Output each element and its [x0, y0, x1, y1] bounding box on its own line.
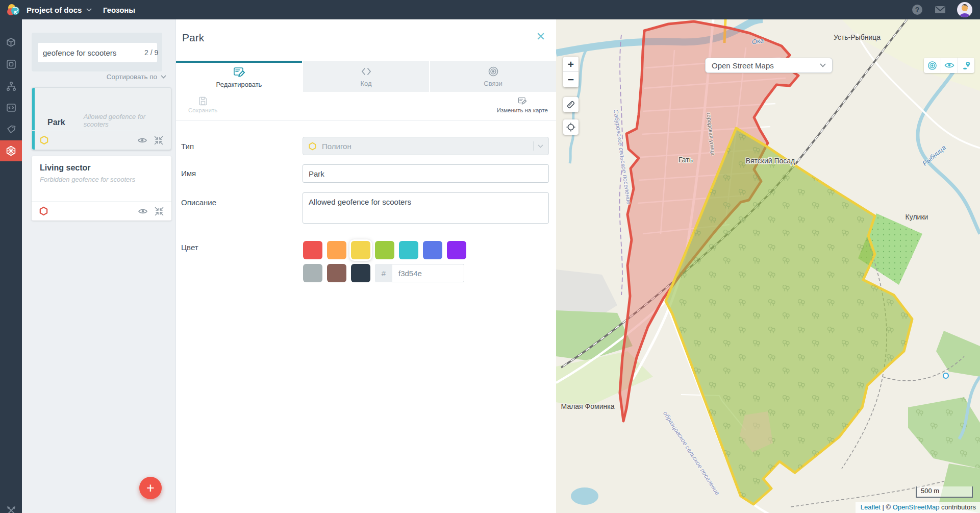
- color-swatch[interactable]: [303, 264, 322, 282]
- chevron-down-icon: [86, 8, 92, 12]
- tab-label: Редактировать: [216, 81, 262, 88]
- map-label: Усть-Рыбница: [834, 33, 881, 41]
- color-swatch[interactable]: [303, 241, 322, 259]
- map-label: Кулики: [906, 213, 928, 221]
- color-label: Цвет: [181, 243, 198, 252]
- color-swatch[interactable]: [351, 264, 370, 282]
- collapse-arrows-icon[interactable]: [154, 206, 164, 216]
- objects-visibility-button[interactable]: [941, 58, 958, 73]
- tools-icon: [6, 505, 16, 513]
- mail-icon[interactable]: [934, 4, 946, 16]
- description-textarea[interactable]: [303, 192, 549, 224]
- save-button[interactable]: Сохранить: [188, 96, 217, 113]
- save-label: Сохранить: [188, 107, 217, 113]
- map-scale-bar: 500 m: [916, 486, 973, 498]
- sidebar-item-terminal[interactable]: [0, 97, 22, 118]
- polygon-shape-icon: [39, 206, 48, 216]
- color-swatch[interactable]: [423, 241, 442, 259]
- color-swatch[interactable]: [447, 241, 466, 259]
- editor-toolbar: Сохранить Изменить на карте: [176, 92, 556, 120]
- map-panel[interactable]: ОкаУсть-РыбницаВятский ПосадГатьгородска…: [556, 19, 980, 513]
- list-item-footer: [32, 130, 171, 150]
- color-swatch[interactable]: [327, 264, 346, 282]
- type-select[interactable]: Полигон: [303, 137, 549, 155]
- list-item-living-sector[interactable]: Living sector Forbidden geofence for sco…: [32, 156, 171, 221]
- project-selector[interactable]: Project of docs: [27, 0, 92, 19]
- geofence-globe-icon: [6, 145, 16, 156]
- collapse-arrows-icon[interactable]: [154, 135, 164, 145]
- list-item-title: Park: [37, 111, 73, 127]
- page-title: Геозоны: [103, 0, 135, 19]
- name-input[interactable]: [303, 164, 549, 183]
- type-value: Полигон: [322, 142, 351, 151]
- poi-marker-button[interactable]: [958, 58, 974, 73]
- help-icon[interactable]: ?: [911, 4, 923, 16]
- hex-color-input-group: #: [375, 264, 464, 282]
- color-swatch[interactable]: [375, 241, 394, 259]
- color-swatch[interactable]: [327, 241, 346, 259]
- leaflet-link[interactable]: Leaflet: [861, 503, 881, 511]
- sidebar-item-objects[interactable]: [0, 32, 22, 53]
- editor-title: Park: [182, 32, 204, 44]
- close-icon[interactable]: ✕: [535, 31, 547, 43]
- list-item-subtitle: Forbidden geofence for scooters: [32, 173, 171, 183]
- map-forest-area: [936, 331, 980, 377]
- color-swatch[interactable]: [351, 241, 370, 259]
- hierarchy-icon: [6, 81, 16, 91]
- hex-color-input[interactable]: [392, 264, 464, 282]
- sort-by-label: Сортировать по: [107, 73, 157, 81]
- tab-label: Код: [360, 80, 371, 87]
- sidebar-item-geofences[interactable]: [0, 140, 22, 161]
- tab-code[interactable]: Код: [303, 61, 429, 92]
- add-geofence-button[interactable]: +: [139, 477, 162, 499]
- cube-icon: [6, 37, 16, 48]
- color-swatch[interactable]: [399, 241, 418, 259]
- locate-button[interactable]: [563, 119, 579, 135]
- sort-by-control[interactable]: Сортировать по: [107, 73, 166, 81]
- app-logo-icon: [7, 3, 20, 17]
- polygon-shape-icon: [39, 135, 49, 145]
- list-item-footer: [32, 201, 171, 221]
- chevron-down-icon: [161, 75, 166, 79]
- edit-on-map-label: Изменить на карте: [497, 107, 548, 113]
- map-layer-selector[interactable]: Open Street Maps: [705, 58, 833, 73]
- svg-text:?: ?: [915, 6, 920, 14]
- color-swatch-row-1: [303, 241, 466, 259]
- measure-ruler-button[interactable]: [563, 97, 579, 112]
- edit-on-map-button[interactable]: Изменить на карте: [497, 96, 548, 113]
- map-label: Гать: [679, 156, 693, 164]
- visibility-eye-icon[interactable]: [138, 206, 148, 216]
- list-item-title: Living sector: [32, 156, 171, 173]
- tab-edit[interactable]: Редактировать: [176, 61, 302, 92]
- zoom-out-button[interactable]: −: [563, 72, 579, 87]
- visibility-eye-icon[interactable]: [137, 135, 147, 145]
- map-meadow-area: [556, 351, 653, 407]
- search-box[interactable]: 2 / 9: [38, 43, 157, 62]
- list-item-park[interactable]: Park Allowed geofence for scooters: [32, 87, 171, 150]
- sidebar-item-hierarchy[interactable]: [0, 76, 22, 97]
- search-input[interactable]: [43, 48, 144, 57]
- sidebar-item-tools[interactable]: [0, 500, 22, 513]
- geofences-visibility-button[interactable]: [924, 58, 941, 73]
- frame-icon: [6, 59, 16, 69]
- top-bar: Project of docs Геозоны ?: [0, 0, 980, 19]
- links-target-icon: [487, 66, 499, 77]
- hex-prefix: #: [375, 264, 392, 282]
- color-swatch-row-2: [303, 264, 370, 282]
- user-avatar[interactable]: [957, 2, 972, 17]
- map-pin-icon: [962, 61, 971, 70]
- map-layer-value: Open Street Maps: [712, 61, 774, 70]
- osm-link[interactable]: OpenStreetMap: [893, 503, 940, 511]
- sidebar-item-tags[interactable]: [0, 119, 22, 140]
- tab-links[interactable]: Связи: [430, 61, 556, 92]
- polygon-shape-icon: [308, 142, 317, 151]
- map-lake: [571, 487, 598, 505]
- list-item-subtitle: Allowed geofence for scooters: [73, 110, 166, 128]
- description-label: Описание: [181, 198, 216, 207]
- sidebar-item-frames[interactable]: [0, 54, 22, 75]
- zoom-in-button[interactable]: +: [563, 57, 579, 72]
- map-point-marker[interactable]: [943, 373, 948, 378]
- geofence-editor-panel: Park ✕ Редактировать Код Связи Сохранить…: [176, 19, 556, 513]
- edit-map-icon: [518, 96, 527, 106]
- map-label: Вятский Посад: [746, 157, 795, 165]
